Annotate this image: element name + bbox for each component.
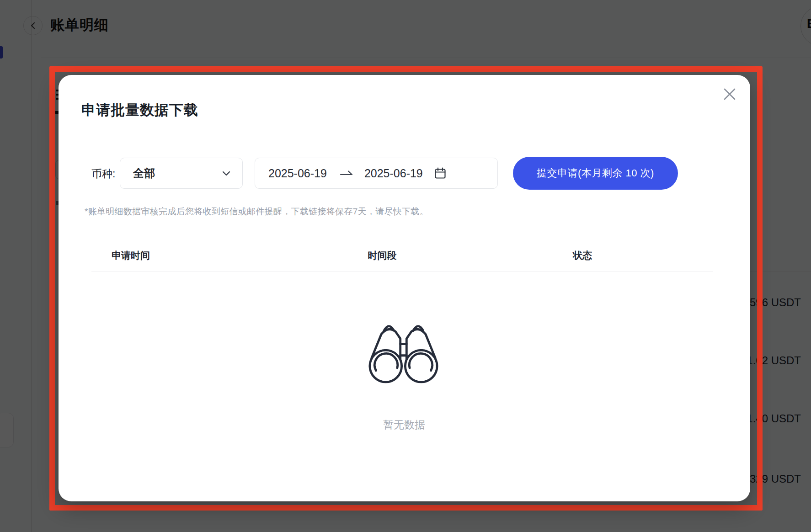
calendar-icon[interactable] bbox=[434, 167, 447, 180]
dialog-title: 申请批量数据下载 bbox=[81, 101, 198, 120]
column-header-period: 时间段 bbox=[368, 249, 397, 262]
column-header-status: 状态 bbox=[573, 249, 592, 262]
binoculars-icon bbox=[368, 318, 439, 387]
download-request-form: 币种: 全部 2025-06-19 2025-06-19 提交申请(本月剩余 1… bbox=[59, 157, 750, 190]
date-start-value: 2025-06-19 bbox=[268, 167, 327, 180]
batch-download-dialog: 申请批量数据下载 币种: 全部 2025-06-19 2025-06-19 提交… bbox=[59, 75, 750, 501]
close-button[interactable] bbox=[720, 85, 739, 103]
currency-select-value: 全部 bbox=[133, 166, 222, 181]
download-note: *账单明细数据审核完成后您将收到短信或邮件提醒，下载链接将保存7天，请尽快下载。 bbox=[85, 206, 428, 218]
date-range-picker[interactable]: 2025-06-19 2025-06-19 bbox=[255, 158, 498, 189]
arrow-right-icon bbox=[340, 170, 353, 177]
chevron-down-icon bbox=[222, 171, 230, 176]
currency-label: 币种: bbox=[91, 167, 115, 181]
empty-state-text: 暂无数据 bbox=[383, 418, 425, 432]
column-header-request-time: 申请时间 bbox=[112, 249, 150, 262]
table-header-divider bbox=[91, 271, 713, 271]
close-icon bbox=[724, 88, 736, 100]
submit-request-button[interactable]: 提交申请(本月剩余 10 次) bbox=[513, 157, 678, 190]
currency-select[interactable]: 全部 bbox=[120, 158, 243, 189]
date-end-value: 2025-06-19 bbox=[364, 167, 423, 180]
